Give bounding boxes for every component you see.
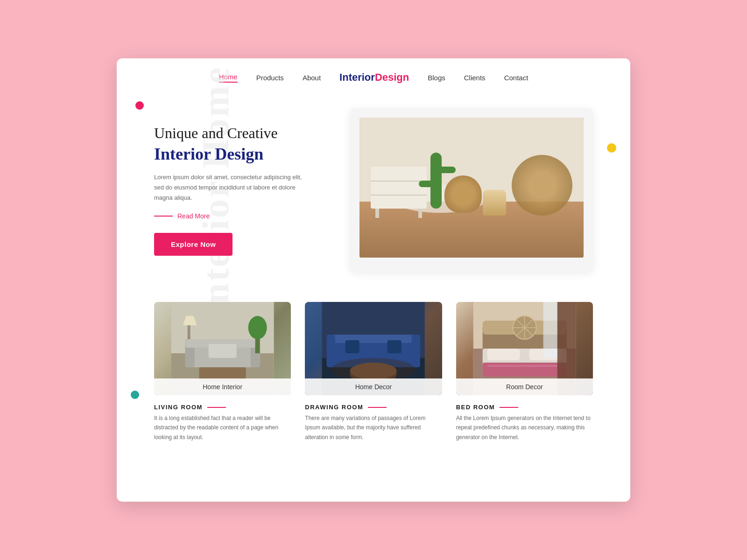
- card-living-room: Home Interior LIVING ROOM It is a long e…: [154, 302, 291, 442]
- svg-rect-16: [327, 335, 335, 367]
- read-more-link[interactable]: Read More: [177, 212, 210, 220]
- dresser-leg-right: [418, 209, 422, 218]
- nav-home[interactable]: Home: [219, 73, 238, 83]
- hero-description: Lorem ipsum dolor sit amet, consectetur …: [154, 172, 303, 203]
- card-image-bedroom: Room Decor: [456, 302, 593, 395]
- hero-image-card: [350, 108, 593, 272]
- decorative-dot-yellow: [607, 143, 616, 153]
- category-dash-drawing: [368, 407, 387, 408]
- cactus-body: [430, 153, 442, 209]
- card-category-drawing: DRAWING ROOM: [305, 404, 442, 411]
- card-image-living: Home Interior: [154, 302, 291, 395]
- card-image-drawing: Home Decor: [305, 302, 442, 395]
- nav-products[interactable]: Products: [256, 74, 284, 82]
- card-label-living: Home Interior: [154, 378, 291, 395]
- svg-rect-35: [482, 363, 566, 377]
- card-category-bedroom: BED ROOM: [456, 404, 593, 411]
- svg-rect-10: [188, 325, 190, 339]
- logo-design: Design: [375, 71, 409, 83]
- category-dash-bedroom: [500, 407, 518, 408]
- nav-logo: InteriorDesign: [339, 71, 409, 84]
- dresser-leg-left: [375, 209, 379, 218]
- cactus-arm-right: [419, 181, 435, 187]
- hero-title-line1: Unique and Creative: [154, 124, 331, 142]
- svg-rect-38: [543, 302, 557, 358]
- svg-rect-6: [209, 344, 237, 358]
- svg-rect-36: [487, 365, 562, 367]
- hero-image-area: [350, 108, 593, 272]
- svg-rect-33: [487, 349, 520, 360]
- dresser-decor: [371, 167, 427, 209]
- card-bed-room: Room Decor BED ROOM All the Lorem Ipsum …: [456, 302, 593, 442]
- wicker-chair-decor: [512, 155, 572, 216]
- svg-rect-20: [345, 340, 359, 353]
- nav-clients[interactable]: Clients: [464, 74, 486, 82]
- basket-small-decor: [483, 190, 506, 216]
- hero-content: Unique and Creative Interior Design Lore…: [154, 124, 350, 256]
- hero-section: Interior Home Unique and Creative Interi…: [117, 97, 630, 293]
- decorative-dot-teal: [131, 391, 139, 399]
- category-dash-living: [207, 407, 226, 408]
- hero-title-line2: Interior Design: [154, 144, 331, 164]
- card-drawing-room: Home Decor DRAWING ROOM There are many v…: [305, 302, 442, 442]
- svg-rect-21: [388, 340, 402, 353]
- card-label-bedroom: Room Decor: [456, 378, 593, 395]
- nav-blogs[interactable]: Blogs: [428, 74, 445, 82]
- hero-img-bg: [359, 118, 584, 258]
- card-label-drawing: Home Decor: [305, 378, 442, 395]
- cards-section: Home Interior LIVING ROOM It is a long e…: [117, 293, 630, 461]
- card-text-living: It is a long established fact that a rea…: [154, 413, 291, 442]
- card-text-bedroom: All the Lorem Ipsum generators on the In…: [456, 413, 593, 442]
- svg-rect-15: [327, 335, 420, 343]
- browser-window: Home Products About InteriorDesign Blogs…: [117, 58, 630, 502]
- read-more-dash: [154, 216, 173, 217]
- card-category-living: LIVING ROOM: [154, 404, 291, 411]
- logo-interior: Interior: [339, 71, 375, 83]
- svg-point-9: [248, 316, 267, 339]
- svg-point-22: [331, 358, 416, 381]
- nav-about[interactable]: About: [303, 74, 321, 82]
- read-more-row: Read More: [154, 212, 331, 220]
- navbar: Home Products About InteriorDesign Blogs…: [117, 58, 630, 97]
- decorative-dot-red: [135, 101, 144, 110]
- svg-rect-17: [412, 335, 420, 367]
- card-text-drawing: There are many variations of passages of…: [305, 413, 442, 442]
- hero-image: [359, 118, 584, 258]
- basket-large-decor: [444, 175, 482, 213]
- explore-now-button[interactable]: Explore Now: [154, 233, 233, 256]
- nav-contact[interactable]: Contact: [504, 74, 529, 82]
- cactus-arm-left: [437, 167, 456, 173]
